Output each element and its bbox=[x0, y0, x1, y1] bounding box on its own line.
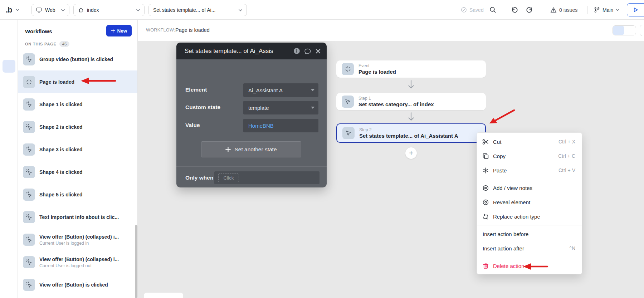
menu-item-copy[interactable]: Copy Ctrl + C bbox=[477, 149, 582, 163]
workflow-list-item[interactable]: Text Important info about is clic... bbox=[18, 206, 138, 228]
value-expression[interactable]: HomeBNB bbox=[248, 123, 274, 129]
workflow-list-item[interactable]: Group video (button) is clicked bbox=[18, 48, 138, 70]
event-node[interactable]: Event Page is loaded bbox=[336, 60, 486, 78]
reusables-tab[interactable] bbox=[5, 84, 13, 93]
element-dropdown[interactable]: Ai_Assistant A bbox=[243, 83, 318, 97]
comment-icon[interactable] bbox=[304, 48, 311, 55]
redo-icon bbox=[526, 6, 533, 14]
workflow-item-title: Group video (button) is clicked bbox=[39, 57, 113, 62]
chevron-down-icon bbox=[61, 9, 65, 11]
platform-dropdown[interactable]: Web bbox=[31, 4, 69, 16]
divider bbox=[477, 225, 582, 225]
menu-item-cut[interactable]: Cut Ctrl + X bbox=[477, 135, 582, 149]
branch-label: Main bbox=[602, 7, 613, 13]
value-expression-field[interactable]: HomeBNB bbox=[243, 119, 318, 132]
branch-selector[interactable]: Main bbox=[594, 0, 619, 20]
canvas-header: WORKFLOW: Page is loaded bbox=[138, 20, 644, 41]
menu-item-insert-before[interactable]: Insert action before bbox=[477, 227, 582, 241]
workflow-item-condition: Current User is logged in bbox=[39, 241, 119, 246]
data-tab[interactable] bbox=[5, 102, 13, 111]
custom-state-dropdown[interactable]: template bbox=[243, 101, 318, 114]
menu-item-paste[interactable]: Paste Ctrl + V bbox=[477, 163, 582, 177]
workflow-list-item-selected[interactable]: Page is loaded bbox=[18, 70, 138, 93]
info-icon[interactable] bbox=[293, 48, 300, 54]
check-circle-icon bbox=[461, 7, 467, 13]
menu-shortcut: Ctrl + C bbox=[558, 153, 575, 159]
plugins-tab[interactable] bbox=[5, 138, 13, 146]
workflow-list-item[interactable]: Shape 2 is clicked bbox=[18, 116, 138, 138]
menu-item-label: Insert action after bbox=[483, 245, 524, 251]
card-view-button[interactable] bbox=[613, 26, 624, 35]
redo-button[interactable] bbox=[526, 0, 533, 20]
context-menu: Cut Ctrl + X Copy Ctrl + C Paste Ctrl + … bbox=[477, 132, 582, 274]
workflow-tab[interactable] bbox=[3, 60, 15, 73]
platform-dropdown-label: Web bbox=[45, 7, 58, 13]
warning-triangle-icon bbox=[550, 7, 557, 13]
menu-item-notes[interactable]: Add / view notes bbox=[477, 181, 582, 195]
trash-icon bbox=[482, 263, 489, 269]
workflow-item-title: Page is loaded bbox=[39, 79, 74, 85]
undo-button[interactable] bbox=[511, 0, 518, 20]
workflow-breadcrumb-value: Page is loaded bbox=[175, 27, 210, 33]
menu-shortcut: ^N bbox=[569, 245, 575, 251]
menu-item-label: Paste bbox=[493, 167, 507, 174]
workflow-list-item[interactable]: Shape 4 is clicked bbox=[18, 161, 138, 183]
section-label: ON THIS PAGE bbox=[25, 42, 57, 46]
clipped-toolbar-button[interactable] bbox=[640, 25, 644, 36]
workflow-breadcrumb-label: WORKFLOW: bbox=[146, 28, 175, 33]
modal-title: Set states template... of Ai_Assis bbox=[185, 48, 273, 55]
workflow-list: Group video (button) is clicked Page is … bbox=[18, 48, 138, 296]
workflow-dropdown[interactable]: Set states template... of Ai... bbox=[148, 4, 247, 16]
notes-icon bbox=[482, 185, 489, 191]
design-tab[interactable] bbox=[5, 44, 13, 53]
click-event-icon bbox=[23, 256, 35, 268]
click-event-icon bbox=[23, 121, 35, 133]
workflow-list-item[interactable]: Shape 1 is clicked bbox=[18, 93, 138, 116]
node-kind: Event bbox=[358, 63, 396, 68]
only-when-placeholder[interactable]: Click bbox=[218, 174, 239, 182]
play-icon bbox=[633, 7, 639, 13]
close-icon[interactable] bbox=[315, 48, 321, 54]
menu-item-reveal[interactable]: Reveal element bbox=[477, 195, 582, 209]
divider bbox=[477, 179, 582, 179]
menu-item-insert-after[interactable]: Insert action after ^N bbox=[477, 241, 582, 255]
menu-item-delete[interactable]: Delete action bbox=[477, 259, 582, 273]
preview-button[interactable] bbox=[627, 3, 644, 16]
workflow-item-title: View offer (Button) is clicked bbox=[39, 282, 108, 288]
add-action-button[interactable]: + bbox=[405, 147, 417, 159]
bubble-editor: .b Web index Set states template... of A… bbox=[0, 0, 644, 298]
step1-node[interactable]: Step 1 Set states category... of index bbox=[336, 93, 486, 110]
panel-scrollbar[interactable] bbox=[135, 225, 137, 298]
new-workflow-label: New bbox=[117, 28, 127, 34]
plus-icon: + bbox=[409, 149, 413, 157]
menu-item-replace[interactable]: Replace action type bbox=[477, 209, 582, 224]
copy-icon bbox=[482, 153, 489, 160]
page-dropdown[interactable]: index bbox=[73, 4, 145, 16]
value-field-label: Value bbox=[185, 122, 200, 128]
search-button[interactable] bbox=[489, 0, 496, 20]
workflow-list-item[interactable]: Shape 5 is clicked bbox=[18, 183, 138, 206]
styles-tab[interactable] bbox=[5, 119, 13, 128]
bubble-logo-menu[interactable]: .b bbox=[6, 0, 19, 20]
workflow-list-item[interactable]: Shape 3 is clicked bbox=[18, 138, 138, 161]
undo-icon bbox=[511, 6, 518, 14]
modal-header[interactable]: Set states template... of Ai_Assis bbox=[176, 43, 327, 59]
menu-item-label: Add / view notes bbox=[493, 185, 532, 191]
divider bbox=[3, 77, 15, 77]
workflow-canvas[interactable]: Set states template... of Ai_Assis Eleme… bbox=[138, 41, 644, 298]
new-workflow-button[interactable]: New bbox=[106, 25, 132, 36]
set-another-state-button[interactable]: Set another state bbox=[201, 141, 301, 157]
workflow-list-item[interactable]: View offer (Button) (collapsed) i... Cur… bbox=[18, 228, 138, 251]
workflow-list-item[interactable]: View offer (Button) (collapsed) i... Cur… bbox=[18, 251, 138, 273]
workflow-list-item[interactable]: View offer (Button) is clicked bbox=[18, 273, 138, 296]
list-view-button[interactable] bbox=[624, 26, 636, 35]
settings-tab[interactable] bbox=[5, 156, 13, 164]
workflow-item-title: View offer (Button) (collapsed) i... bbox=[39, 234, 119, 240]
issues-indicator[interactable]: 0 issues bbox=[550, 0, 577, 20]
logs-tab[interactable] bbox=[5, 174, 13, 182]
step2-node-selected[interactable]: Step 2 Set states template... of Ai_Assi… bbox=[336, 123, 486, 143]
divider bbox=[176, 166, 327, 167]
click-event-icon bbox=[23, 143, 35, 156]
element-dropdown-value: Ai_Assistant A bbox=[248, 87, 283, 93]
only-when-field[interactable]: Click bbox=[214, 171, 319, 184]
